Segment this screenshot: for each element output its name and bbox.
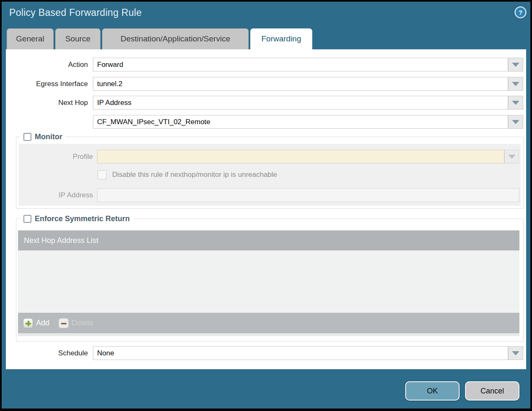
tab-destination-application-service[interactable]: Destination/Application/Service [102,28,249,49]
disable-rule-label: Disable this rule if nexthop/monitor ip … [112,170,277,179]
egress-interface-label: Egress Interface [6,77,88,91]
profile-dropdown-button [504,150,519,163]
monitor-checkbox[interactable] [23,133,31,141]
profile-label: Profile [19,150,93,163]
action-dropdown-button[interactable] [508,58,523,71]
tab-source[interactable]: Source [55,28,100,49]
enforce-symmetric-return-legend: Enforce Symmetric Return [20,214,133,224]
chevron-down-icon [512,82,519,86]
chevron-down-icon [508,155,516,159]
schedule-label: Schedule [6,346,88,360]
tab-content-forwarding: Action Forward Egress Interface tunnel.2… [6,49,526,369]
egress-interface-value[interactable]: tunnel.2 [93,77,508,91]
chevron-down-icon [512,63,519,67]
plus-icon [23,318,33,328]
next-hop-label: Next Hop [6,96,88,110]
monitor-legend-label: Monitor [35,133,62,141]
delete-button-label: Delete [72,319,93,327]
minus-icon [59,318,69,328]
chevron-down-icon [512,120,519,124]
chevron-down-icon [512,351,519,355]
next-hop-address-list-toolbar: Add Delete [18,313,519,333]
enforce-symmetric-return-checkbox[interactable] [23,215,31,223]
egress-interface-dropdown-button[interactable] [508,77,523,91]
schedule-dropdown-button[interactable] [508,346,523,360]
next-hop-address-combobox: CF_MWAN_IPsec_VTI_02_Remote [93,115,523,129]
chevron-down-icon [512,101,519,105]
dialog-title: Policy Based Forwarding Rule [9,7,142,18]
egress-interface-combobox: tunnel.2 [93,77,523,91]
action-label: Action [6,58,88,71]
action-combobox: Forward [93,58,523,71]
next-hop-address-value[interactable]: CF_MWAN_IPsec_VTI_02_Remote [93,115,508,129]
monitor-legend: Monitor [20,132,66,142]
next-hop-address-list-body [18,250,519,313]
next-hop-address-dropdown-button[interactable] [508,115,523,129]
next-hop-address-list-table: Next Hop Address List Add Delete [18,230,519,336]
tab-bar: General Source Destination/Application/S… [7,28,312,49]
table-bottom-strip [18,333,519,336]
next-hop-combobox: IP Address [93,96,523,110]
tab-general[interactable]: General [7,28,54,49]
tab-forwarding[interactable]: Forwarding [250,28,312,49]
add-button[interactable]: Add [23,318,49,328]
schedule-value[interactable]: None [93,346,508,360]
schedule-combobox: None [93,346,523,360]
enforce-symmetric-return-legend-label: Enforce Symmetric Return [35,214,130,223]
next-hop-dropdown-button[interactable] [508,96,523,110]
action-value[interactable]: Forward [93,58,508,71]
disable-rule-checkbox [98,170,107,179]
help-icon[interactable]: ? [514,6,527,18]
cancel-button[interactable]: Cancel [465,381,519,401]
ok-button[interactable]: OK [405,381,460,401]
monitor-ip-address-label: IP Address [19,188,93,202]
delete-button: Delete [59,318,93,328]
next-hop-value[interactable]: IP Address [93,96,508,110]
monitor-ip-address-input [97,188,519,202]
next-hop-address-list-header: Next Hop Address List [18,230,519,250]
profile-value [97,150,504,163]
add-button-label: Add [36,319,49,327]
profile-combobox [97,150,519,163]
pbf-rule-dialog: Policy Based Forwarding Rule ? General S… [0,0,532,411]
